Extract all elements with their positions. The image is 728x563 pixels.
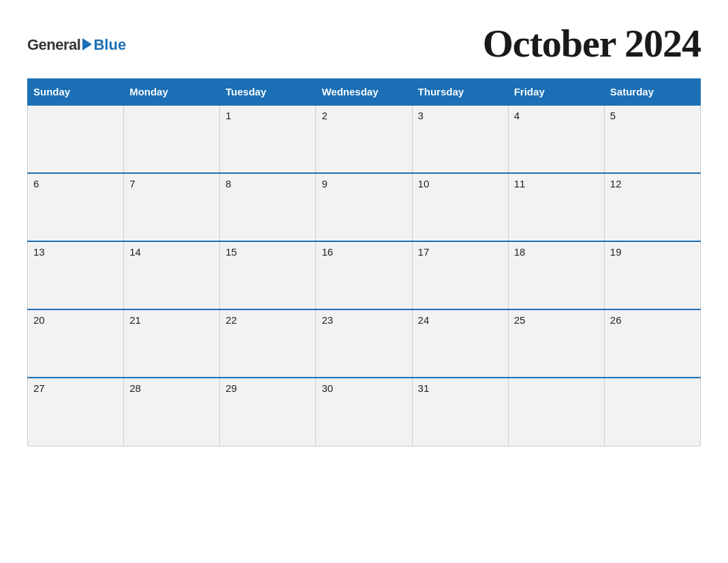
calendar-day-cell [508,378,604,446]
col-wednesday: Wednesday [316,79,412,106]
day-number: 6 [33,178,39,189]
calendar-day-cell: 12 [604,173,700,241]
day-number: 15 [225,246,237,258]
calendar-day-cell: 3 [412,105,508,173]
day-number: 7 [129,178,135,189]
day-number: 25 [514,314,526,326]
day-number: 19 [610,246,622,258]
calendar-day-cell: 23 [316,309,412,378]
calendar-day-cell: 9 [316,173,412,241]
month-title: October 2024 [483,20,701,66]
calendar-week-row: 13141516171819 [28,241,701,309]
logo-top: General Blue [27,36,126,54]
day-number: 17 [418,246,430,258]
day-number: 1 [225,110,231,121]
col-tuesday: Tuesday [220,79,316,106]
day-number: 30 [321,382,333,394]
calendar-day-cell: 13 [28,241,124,309]
calendar-week-row: 12345 [28,105,701,173]
day-number: 21 [129,314,141,326]
col-monday: Monday [124,79,220,106]
calendar-day-cell: 18 [508,241,604,309]
calendar-day-cell: 4 [508,105,604,173]
logo-general-text: General [27,36,80,54]
calendar-day-cell: 16 [316,241,412,309]
day-number: 10 [418,178,430,189]
day-number: 3 [418,110,424,121]
calendar-day-cell [604,378,700,446]
calendar-day-cell: 7 [124,173,220,241]
calendar-day-cell: 28 [124,378,220,446]
col-thursday: Thursday [412,79,508,106]
calendar-day-cell: 15 [220,241,316,309]
day-number: 16 [321,246,333,258]
calendar-week-row: 2728293031 [28,378,701,446]
col-sunday: Sunday [28,79,124,106]
day-number: 2 [321,110,327,121]
calendar-day-cell: 11 [508,173,604,241]
col-friday: Friday [508,79,604,106]
calendar-day-cell [28,105,124,173]
calendar-table: Sunday Monday Tuesday Wednesday Thursday… [27,78,701,446]
day-number: 14 [129,246,141,258]
calendar-day-cell: 14 [124,241,220,309]
calendar-day-cell: 6 [28,173,124,241]
calendar-day-cell: 2 [316,105,412,173]
day-number: 8 [225,178,231,189]
calendar-header-row: Sunday Monday Tuesday Wednesday Thursday… [28,79,701,106]
calendar-day-cell: 5 [604,105,700,173]
day-number: 31 [418,382,430,394]
calendar-day-cell: 17 [412,241,508,309]
day-number: 22 [225,314,237,326]
day-number: 12 [610,178,622,189]
calendar-day-cell: 25 [508,309,604,378]
day-number: 27 [33,382,45,394]
day-number: 9 [321,178,327,189]
logo-triangle-icon [82,38,92,50]
logo: General Blue [27,36,126,51]
calendar-day-cell: 27 [28,378,124,446]
calendar-week-row: 20212223242526 [28,309,701,378]
calendar-day-cell: 22 [220,309,316,378]
day-number: 28 [129,382,141,394]
calendar-day-cell: 31 [412,378,508,446]
day-number: 20 [33,314,45,326]
logo-blue-text: Blue [93,36,126,54]
day-number: 5 [610,110,616,121]
calendar-day-cell: 10 [412,173,508,241]
day-number: 4 [514,110,520,121]
calendar-day-cell: 21 [124,309,220,378]
day-number: 18 [514,246,526,258]
calendar-day-cell: 24 [412,309,508,378]
calendar-day-cell [124,105,220,173]
day-number: 29 [225,382,237,394]
calendar-day-cell: 26 [604,309,700,378]
calendar-day-cell: 20 [28,309,124,378]
day-number: 24 [418,314,430,326]
col-saturday: Saturday [604,79,700,106]
calendar-day-cell: 30 [316,378,412,446]
day-number: 26 [610,314,622,326]
day-number: 11 [514,178,526,189]
page: General Blue October 2024 Sunday Monday … [0,0,728,563]
calendar-day-cell: 19 [604,241,700,309]
calendar-week-row: 6789101112 [28,173,701,241]
day-number: 13 [33,246,45,258]
calendar-day-cell: 29 [220,378,316,446]
calendar-day-cell: 8 [220,173,316,241]
calendar-day-cell: 1 [220,105,316,173]
day-number: 23 [321,314,333,326]
header: General Blue October 2024 [27,20,701,66]
